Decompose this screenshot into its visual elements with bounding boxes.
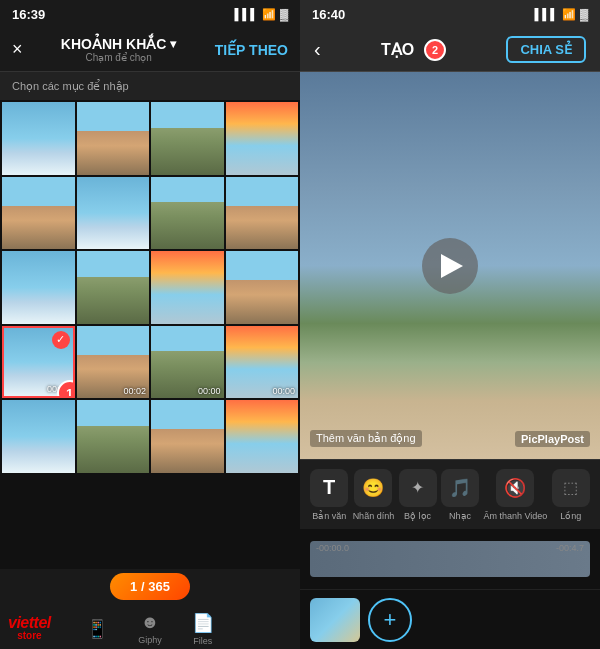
play-icon — [441, 254, 463, 278]
grid-item[interactable] — [151, 251, 224, 324]
grid-item[interactable] — [2, 177, 75, 250]
viettel-text: viettel — [8, 615, 51, 631]
right-panel: 16:40 ▌▌▌ 📶 ▓ ‹ TẠO 2 CHIA SẺ Thêm văn b… — [300, 0, 600, 649]
picplaypost-logo: PicPlayPost — [515, 431, 590, 447]
timeline-area: -00:00.0 -00:4.7 — [300, 529, 600, 589]
right-header: ‹ TẠO 2 CHIA SẺ — [300, 28, 600, 72]
time-right: -00:4.7 — [556, 543, 584, 553]
share-button[interactable]: CHIA SẺ — [506, 36, 586, 63]
right-status-bar: 16:40 ▌▌▌ 📶 ▓ — [300, 0, 600, 28]
create-title: TẠO — [381, 40, 414, 59]
right-time: 16:40 — [312, 7, 345, 22]
thumb-item[interactable] — [310, 598, 360, 642]
tool-label-filter: Bộ lọc — [404, 511, 431, 521]
battery-icon: ▓ — [280, 8, 288, 20]
chevron-down-icon: ▾ — [170, 37, 176, 51]
sticker-icon: 😊 — [354, 469, 392, 507]
store-text: store — [8, 631, 51, 641]
tab-photos[interactable]: 📱 — [86, 618, 108, 640]
grid-item[interactable]: 00:00 — [226, 326, 299, 399]
media-grid-area: ✓ 00:04 1 00:02 00:00 00:00 — [0, 100, 300, 569]
right-status-icons: ▌▌▌ 📶 ▓ — [535, 8, 588, 21]
back-button[interactable]: ‹ — [314, 38, 321, 61]
tool-label-volume: Âm thanh Video — [483, 511, 547, 521]
left-time: 16:39 — [12, 7, 45, 22]
grid-item-selected[interactable]: ✓ 00:04 1 — [2, 326, 75, 399]
grid-item[interactable] — [2, 251, 75, 324]
thumbnail-strip: + — [300, 589, 600, 649]
grid-item[interactable] — [77, 400, 150, 473]
add-text-label: Thêm văn bản động — [310, 430, 422, 447]
grid-item[interactable] — [226, 102, 299, 175]
tool-long[interactable]: ⬚ Lồng — [552, 469, 590, 521]
left-panel: 16:39 ▌▌▌ 📶 ▓ × KHOẢNH KHẮC ▾ Chạm để ch… — [0, 0, 300, 649]
timeline-track — [310, 541, 590, 577]
grid-item[interactable] — [226, 400, 299, 473]
header-title-main: KHOẢNH KHẮC ▾ — [61, 36, 177, 52]
grid-item[interactable] — [77, 102, 150, 175]
tab-files[interactable]: 📄 Files — [192, 612, 214, 646]
title-text: KHOẢNH KHẮC — [61, 36, 167, 52]
grid-item[interactable] — [151, 102, 224, 175]
grid-item[interactable]: 00:00 — [151, 326, 224, 399]
grid-item[interactable] — [226, 177, 299, 250]
tool-nhac[interactable]: 🎵 Nhạc — [441, 469, 479, 521]
left-header: × KHOẢNH KHẮC ▾ Chạm để chọn TIẾP THEO — [0, 28, 300, 72]
files-icon: 📄 — [192, 612, 214, 634]
grid-item[interactable] — [226, 251, 299, 324]
grid-item[interactable] — [151, 400, 224, 473]
play-button[interactable] — [422, 238, 478, 294]
grid-item[interactable] — [77, 177, 150, 250]
bottom-tabs: 📱 ☻ Giphy 📄 Files — [86, 612, 214, 646]
left-status-bar: 16:39 ▌▌▌ 📶 ▓ — [0, 0, 300, 28]
tab-giphy[interactable]: ☻ Giphy — [138, 612, 162, 645]
time-left: -00:00.0 — [316, 543, 349, 553]
phone-icon: 📱 — [86, 618, 108, 640]
grid-item[interactable] — [77, 251, 150, 324]
grid-item[interactable]: 00:02 — [77, 326, 150, 399]
tool-label-text: Bản văn — [312, 511, 346, 521]
left-status-icons: ▌▌▌ 📶 ▓ — [235, 8, 288, 21]
battery-icon-right: ▓ — [580, 8, 588, 20]
giphy-icon: ☻ — [141, 612, 160, 633]
tools-bar: T Bản văn 😊 Nhãn dính ✦ Bộ lọc 🎵 Nhạc 🔇 … — [300, 459, 600, 529]
media-grid: ✓ 00:04 1 00:02 00:00 00:00 — [0, 100, 300, 475]
text-icon: T — [310, 469, 348, 507]
select-label: Chọn các mục để nhập — [0, 72, 300, 100]
wifi-icon-right: 📶 — [562, 8, 576, 21]
next-button[interactable]: TIẾP THEO — [215, 42, 288, 58]
tool-ban-van[interactable]: T Bản văn — [310, 469, 348, 521]
check-icon: ✓ — [52, 331, 70, 349]
wifi-icon: 📶 — [262, 8, 276, 21]
viettel-logo: viettel store — [8, 615, 51, 641]
header-subtitle: Chạm để chọn — [85, 52, 151, 63]
video-overlay: Thêm văn bản động PicPlayPost — [300, 430, 600, 447]
tool-label-frame: Lồng — [560, 511, 581, 521]
count-badge: 1 / 365 — [110, 573, 190, 600]
volume-icon: 🔇 — [496, 469, 534, 507]
filter-icon: ✦ — [399, 469, 437, 507]
tool-label-music: Nhạc — [449, 511, 471, 521]
giphy-label: Giphy — [138, 635, 162, 645]
timeline-bar[interactable]: -00:00.0 -00:4.7 — [310, 541, 590, 577]
add-clip-button[interactable]: + — [368, 598, 412, 642]
frame-icon: ⬚ — [552, 469, 590, 507]
tool-bo-loc[interactable]: ✦ Bộ lọc — [399, 469, 437, 521]
tool-am-thanh[interactable]: 🔇 Âm thanh Video — [483, 469, 547, 521]
header-title: KHOẢNH KHẮC ▾ Chạm để chọn — [61, 36, 177, 63]
item-duration: 00:02 — [123, 386, 146, 396]
files-label: Files — [193, 636, 212, 646]
tool-nhan-dinh[interactable]: 😊 Nhãn dính — [353, 469, 395, 521]
right-header-center: TẠO 2 — [381, 39, 446, 61]
video-preview: Thêm văn bản động PicPlayPost — [300, 72, 600, 459]
item-duration: 00:00 — [198, 386, 221, 396]
signal-icon-right: ▌▌▌ — [535, 8, 558, 20]
item-duration: 00:00 — [272, 386, 295, 396]
grid-item[interactable] — [2, 102, 75, 175]
grid-item[interactable] — [2, 400, 75, 473]
close-button[interactable]: × — [12, 39, 23, 60]
music-icon: 🎵 — [441, 469, 479, 507]
badge-2: 2 — [424, 39, 446, 61]
grid-item[interactable] — [151, 177, 224, 250]
tool-label-sticker: Nhãn dính — [353, 511, 395, 521]
